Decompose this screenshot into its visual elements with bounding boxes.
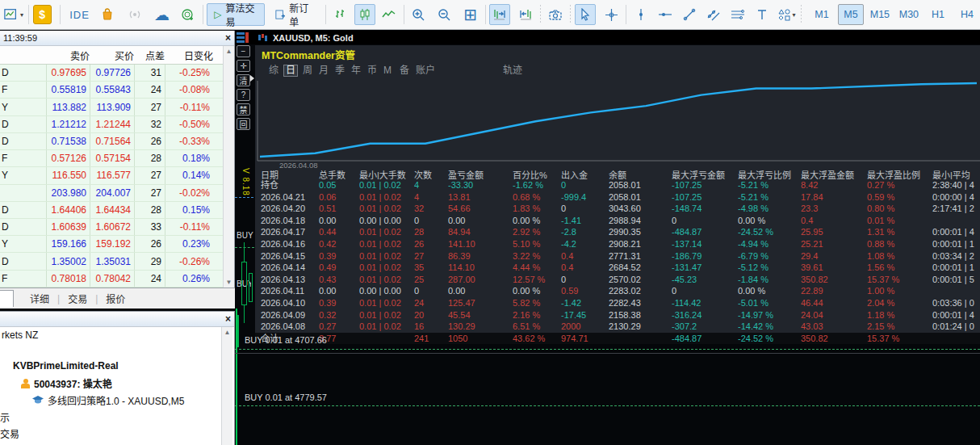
market-watch-row[interactable]: 203.980204.00727-0.02% (0, 185, 224, 202)
shift-end-icon[interactable] (489, 4, 510, 25)
ea-menu-5[interactable]: 季 (333, 65, 346, 77)
market-watch-row[interactable]: D1.644061.64434280.15% (0, 202, 224, 219)
signal-icon[interactable] (124, 4, 145, 25)
tab-active-stub[interactable] (0, 290, 14, 307)
header-7[interactable]: 出入金 (561, 168, 609, 179)
ide-button[interactable]: IDE (69, 4, 90, 25)
navigator-item[interactable]: 50043937: 操太艳 (21, 376, 112, 390)
timeframe-h1[interactable]: H1 (925, 4, 951, 25)
header-2[interactable]: 总手数 (319, 168, 359, 179)
column-spread[interactable]: 点差 (134, 48, 165, 62)
zoom-out-icon[interactable] (434, 4, 455, 25)
ea-menu-9[interactable]: 备 (398, 65, 411, 77)
market-watch-row[interactable]: F0.780180.78042240.26% (0, 271, 224, 288)
ea-menu-7[interactable]: 币 (366, 65, 379, 77)
header-9[interactable]: 最大浮亏金额 (672, 168, 738, 179)
header-8[interactable]: 余额 (609, 168, 672, 179)
ea-menu-10[interactable]: 账户 (414, 65, 437, 77)
close-icon[interactable]: × (225, 313, 231, 325)
cloud-icon[interactable]: ☁ (152, 4, 173, 25)
market-watch-scrollbar[interactable]: ▲ ▼ (223, 46, 234, 288)
tab-trading[interactable]: 交易 (60, 292, 95, 305)
header-4[interactable]: 次数 (414, 168, 448, 179)
algo-trading-button[interactable]: ▷ 算法交易 (207, 3, 265, 26)
scroll-down-icon[interactable]: ▼ (226, 279, 232, 286)
ea-menu-3[interactable]: 周 (301, 65, 314, 77)
shift-start-icon[interactable] (515, 4, 536, 25)
column-buy[interactable]: 买价 (90, 48, 134, 62)
header-11[interactable]: 最大浮盈金额 (801, 168, 867, 179)
horizontal-line-icon[interactable] (655, 4, 676, 25)
navigator-item[interactable]: 多线回归策略1.0 - XAUUSD,M5 (32, 393, 184, 407)
header-5[interactable]: 盈亏金额 (448, 168, 513, 179)
header-1[interactable]: 日期 (255, 168, 319, 179)
help-button[interactable]: ? (237, 89, 250, 101)
chart-window-icon[interactable]: ▾ (3, 4, 24, 25)
header-3[interactable]: 最小|大手数 (359, 168, 414, 179)
text-tool-icon[interactable] (752, 4, 773, 25)
ea-menu-4[interactable]: 月 (317, 65, 330, 77)
market-watch-row[interactable]: D0.976950.9772631-0.25% (0, 65, 224, 82)
header-10[interactable]: 最大浮亏比例 (738, 168, 801, 179)
ea-menu-8[interactable]: M (382, 65, 393, 77)
navigator-scrollbar[interactable]: ▲ (221, 327, 232, 445)
ea-menu-2[interactable]: 日 (283, 65, 298, 77)
ea-cell: 241 (414, 333, 448, 344)
market-watch-row[interactable]: F0.558190.5584324-0.08% (0, 82, 224, 99)
market-watch-row[interactable]: D0.715380.7156426-0.33% (0, 133, 224, 150)
market-watch-row[interactable]: D1.350021.3503129-0.26% (0, 253, 224, 270)
market-bag-icon[interactable] (97, 4, 118, 25)
disable-button[interactable]: 禁 (237, 103, 250, 115)
crosshair-icon[interactable] (601, 4, 622, 25)
market-watch-row[interactable]: Y113.882113.90927-0.11% (0, 99, 224, 115)
navigator-item[interactable]: rkets NZ (2, 330, 38, 341)
timeframe-m15[interactable]: M15 (867, 4, 893, 25)
fibonacci-icon[interactable] (727, 4, 748, 25)
ea-menu-6[interactable]: 年 (350, 65, 362, 77)
navigator-item[interactable]: 示 (0, 410, 10, 424)
market-watch-row[interactable]: F0.571260.57154280.18% (0, 150, 224, 167)
ea-menu-1[interactable]: 综 (267, 65, 280, 77)
market-watch-row[interactable]: D1.606391.6067233-0.11% (0, 219, 224, 236)
column-daily-change[interactable]: 日变化 (165, 48, 213, 62)
zoom-in-icon[interactable] (408, 4, 429, 25)
new-order-button[interactable]: 新订单 (268, 3, 321, 26)
dollar-button[interactable]: $ (33, 5, 52, 24)
timeframe-m1[interactable]: M1 (809, 4, 835, 25)
minimize-button[interactable]: − (237, 45, 250, 57)
cursor-icon[interactable] (575, 4, 596, 25)
tab-quotes[interactable]: 报价 (98, 292, 133, 305)
scroll-up-icon[interactable]: ▲ (226, 48, 232, 55)
line-chart-icon[interactable] (379, 4, 400, 25)
tile-windows-icon[interactable]: ⊞ (460, 4, 481, 25)
timeframe-h4[interactable]: H4 (954, 4, 980, 25)
bars-chart-icon[interactable] (330, 4, 351, 25)
move-button[interactable]: ✛ (237, 60, 250, 72)
restore-button[interactable]: 回 (237, 118, 250, 130)
timeframe-m30[interactable]: M30 (896, 4, 922, 25)
timeframe-m5[interactable]: M5 (838, 4, 864, 25)
candles-chart-icon[interactable] (354, 4, 375, 25)
camera-icon[interactable] (545, 4, 566, 25)
ea-menu-trail[interactable]: 轨迹 (501, 65, 524, 77)
tab-details[interactable]: 详细 (22, 292, 57, 305)
panel-collapse-icon[interactable] (250, 75, 254, 82)
market-watch-row[interactable]: D1.212121.2124432-0.50% (0, 116, 224, 133)
shapes-icon[interactable]: ▾ (776, 4, 797, 25)
navigator-item[interactable]: 交易 (0, 426, 19, 440)
scroll-up-icon[interactable]: ▲ (224, 329, 231, 336)
market-watch-row[interactable]: Y159.166159.192260.23% (0, 236, 224, 253)
header-13[interactable]: 最小|平均 (932, 168, 980, 179)
close-icon[interactable]: × (225, 32, 231, 44)
market-watch-row[interactable]: Y116.550116.577270.14% (0, 167, 224, 184)
navigator-item[interactable]: KVBPrimeLimited-Real (13, 360, 119, 372)
vertical-line-icon[interactable] (630, 4, 651, 25)
column-sell[interactable]: 卖价 (46, 48, 90, 62)
panel-list-icon[interactable] (237, 32, 249, 43)
header-12[interactable]: 最大浮盈比例 (867, 168, 932, 179)
trendline-icon[interactable] (679, 4, 700, 25)
header-6[interactable]: 百分比% (513, 168, 561, 179)
clear-button[interactable]: 清 (237, 74, 250, 86)
radar-add-icon[interactable] (178, 4, 199, 25)
channel-icon[interactable] (703, 4, 724, 25)
